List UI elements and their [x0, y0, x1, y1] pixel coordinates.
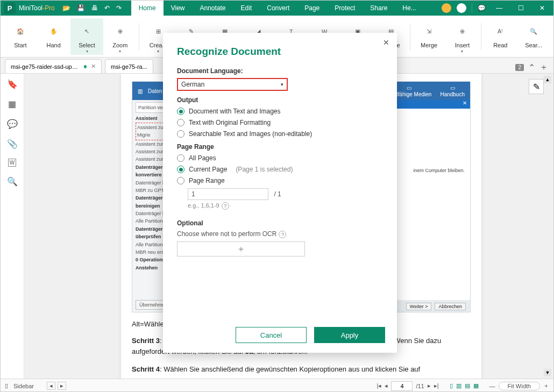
cursor-icon: ↖: [80, 25, 94, 39]
plus-icon: ＋: [237, 244, 245, 255]
titlebar: P MiniTool-Pro 📂 💾 🖶 ↶ ↷ Home View Annot…: [1, 1, 553, 16]
cart-icon[interactable]: [442, 3, 451, 13]
zoom-icon: ⊕: [113, 25, 127, 39]
ribbon-start[interactable]: 🏠Start: [4, 18, 37, 55]
view-mode-4-icon[interactable]: ▦: [473, 382, 479, 389]
view-mode-2-icon[interactable]: ▥: [456, 382, 461, 389]
print-icon[interactable]: 🖶: [91, 4, 98, 12]
ribbon-read[interactable]: A⁾Read: [484, 18, 517, 55]
quick-access-toolbar: 📂 💾 🖶 ↶ ↷: [62, 4, 122, 12]
ribbon-hand[interactable]: ✋Hand: [37, 18, 70, 55]
chevron-down-icon: ▾: [157, 49, 159, 54]
help-icon[interactable]: ?: [279, 231, 286, 238]
dialog-title: Recognize Document: [177, 46, 383, 58]
minimize-button[interactable]: —: [491, 1, 507, 16]
radio-icon: [177, 108, 184, 115]
recognize-document-dialog: ✕ Recognize Document Document Language: …: [163, 33, 397, 353]
save-icon[interactable]: 💾: [77, 4, 85, 12]
range-all[interactable]: All Pages: [177, 154, 383, 162]
account-icon[interactable]: [457, 3, 466, 13]
menu-convert[interactable]: Convert: [259, 1, 297, 16]
view-mode-3-icon[interactable]: ▤: [465, 382, 470, 389]
close-tab-icon[interactable]: ✕: [91, 63, 96, 70]
chevron-down-icon: ▾: [86, 49, 88, 54]
menu-protect[interactable]: Protect: [327, 1, 363, 16]
thumbnails-icon[interactable]: ▦: [8, 99, 16, 109]
cancel-button[interactable]: Cancel: [236, 327, 307, 343]
help-icon[interactable]: ?: [222, 202, 229, 210]
zoom-fit-select[interactable]: Fit Width: [499, 382, 540, 390]
optional-label: Optional: [177, 219, 383, 227]
document-tab-1[interactable]: msi-ge75-raider-ssd-upgr....pdf ✕: [5, 59, 102, 73]
radio-icon: [177, 177, 184, 184]
tab-label: msi-ge75-raider-ssd-upgr....pdf: [11, 63, 80, 70]
add-exclusion-button[interactable]: ＋: [177, 241, 305, 256]
restore-icon: ▥: [138, 88, 143, 94]
maximize-button[interactable]: ☐: [513, 1, 529, 16]
zoom-in-icon[interactable]: ＋: [543, 382, 549, 390]
next-page-icon[interactable]: ▸: [428, 382, 431, 389]
ribbon-search[interactable]: 🔍Sear...: [517, 18, 550, 55]
redo-icon[interactable]: ↷: [116, 4, 122, 12]
output-option-1[interactable]: Document with Text and Images: [177, 108, 383, 115]
page-range-input[interactable]: 1: [188, 188, 268, 200]
first-page-icon[interactable]: |◂: [377, 382, 382, 389]
sidebar-prev-icon[interactable]: ◂: [47, 382, 55, 390]
undo-icon[interactable]: ↶: [104, 4, 110, 12]
menu-page[interactable]: Page: [297, 1, 327, 16]
merge-icon: ⇲: [422, 25, 436, 39]
tab-counter: 2: [515, 64, 524, 71]
chevron-down-icon: ▾: [119, 49, 121, 54]
language-select[interactable]: German ▾: [177, 78, 288, 91]
step4-text: Schritt 4: Wählen Sie anschließend die g…: [132, 364, 471, 375]
range-current[interactable]: Current Page(Page 1 is selected): [177, 166, 383, 173]
menu-edit[interactable]: Edit: [233, 1, 260, 16]
menu-home[interactable]: Home: [131, 1, 164, 16]
ribbon-select[interactable]: ↖Select▾: [70, 18, 104, 55]
notification-icon[interactable]: [472, 4, 472, 12]
document-tab-2[interactable]: msi-ge75-ra...: [105, 59, 153, 73]
menu-help[interactable]: He...: [395, 1, 423, 16]
expand-tabs-icon[interactable]: ⌃: [528, 62, 535, 73]
output-option-3[interactable]: Searchable Text and Images (non-editable…: [177, 130, 383, 138]
view-mode-1-icon[interactable]: ▯: [450, 382, 453, 389]
output-option-2[interactable]: Text with Original Formatting: [177, 119, 383, 126]
zoom-out-icon[interactable]: —: [489, 383, 495, 389]
last-page-icon[interactable]: ▸|: [434, 382, 439, 389]
sidebar-label[interactable]: Sidebar: [13, 383, 34, 389]
attachments-icon[interactable]: 📎: [7, 139, 18, 149]
menu-annotate[interactable]: Annotate: [193, 1, 233, 16]
sidebar-toggle-icon[interactable]: ▯: [5, 382, 8, 389]
bookmark-icon[interactable]: 🔖: [7, 79, 18, 89]
tab-label: msi-ge75-ra...: [111, 63, 147, 70]
menu-bar: Home View Annotate Edit Convert Page Pro…: [131, 1, 424, 16]
output-label: Output: [177, 96, 383, 104]
annotate-page-button[interactable]: ✎: [529, 79, 544, 94]
sidebar-next-icon[interactable]: ▸: [58, 382, 66, 390]
page-number-input[interactable]: [391, 381, 413, 391]
status-bar: ▯ Sidebar ◂ ▸ |◂ ◂ /11 ▸ ▸| ▯ ▥ ▤ ▦ — Fi…: [1, 379, 553, 392]
search-panel-icon[interactable]: 🔍: [7, 176, 18, 187]
close-window-button[interactable]: ✕: [534, 1, 550, 16]
word-panel-icon[interactable]: W: [8, 159, 16, 167]
comments-icon[interactable]: 💬: [7, 119, 18, 129]
apply-button[interactable]: Apply: [314, 327, 385, 343]
read-icon: A⁾: [493, 25, 507, 39]
chat-icon[interactable]: 💬: [478, 4, 486, 12]
close-dialog-button[interactable]: ✕: [383, 38, 389, 47]
language-label: Document Language:: [177, 67, 383, 75]
media-icon: ▭: [407, 85, 411, 91]
ribbon-zoom[interactable]: ⊕Zoom▾: [103, 18, 137, 55]
scroll-down-button[interactable]: ▼: [544, 369, 551, 376]
menu-share[interactable]: Share: [363, 1, 395, 16]
menu-view[interactable]: View: [164, 1, 193, 16]
scroll-up-button[interactable]: ▲: [544, 76, 551, 83]
open-icon[interactable]: 📂: [62, 4, 70, 12]
prev-page-icon[interactable]: ◂: [385, 382, 388, 389]
optional-sub: Choose where not to perform OCR?: [177, 230, 383, 238]
range-custom[interactable]: Page Range: [177, 177, 383, 184]
ribbon-merge[interactable]: ⇲Merge: [413, 18, 446, 55]
ribbon-insert[interactable]: ⊕Insert▾: [446, 18, 479, 55]
range-hint: e.g., 1,6,1-9?: [188, 202, 383, 210]
add-tab-icon[interactable]: ＋: [539, 62, 548, 73]
